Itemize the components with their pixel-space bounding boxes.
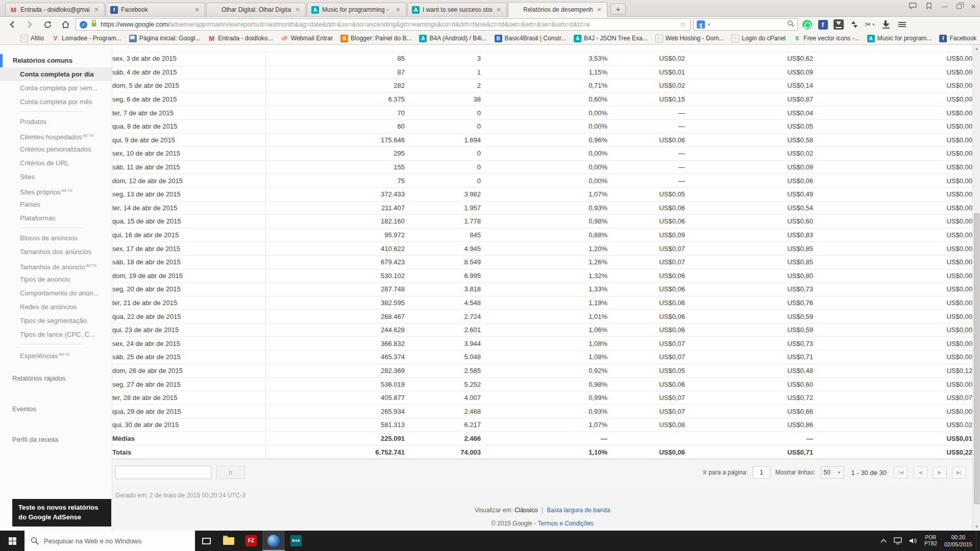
- previous-page-button[interactable]: ◀: [913, 466, 927, 479]
- search-engine-dropdown-icon[interactable]: ▼: [707, 22, 711, 27]
- bookmark-item[interactable]: fFacebook: [939, 35, 976, 42]
- sidebar-section-header[interactable]: Relatórios rápidos: [0, 371, 112, 385]
- bookmark-item[interactable]: AB4A (Android) / B4i...: [419, 35, 486, 42]
- search-bar[interactable]: g ▼: [693, 18, 798, 31]
- sidebar-item[interactable]: Tipos de lance (CPC, C...: [0, 328, 112, 341]
- panel-icon[interactable]: [926, 3, 932, 11]
- sidebar-item[interactable]: Critérios personalizados: [0, 142, 112, 156]
- sidebar-item[interactable]: ExperiênciasBETA: [0, 347, 112, 361]
- bookmark-item[interactable]: BBasic4Brasil | Constr...: [495, 35, 567, 42]
- bookmark-item[interactable]: Página inicial: Googl...: [129, 35, 200, 42]
- tab-close-icon[interactable]: ✕: [294, 6, 301, 13]
- sidebar-item[interactable]: Conta completa por dia: [0, 67, 112, 81]
- sidebar-item[interactable]: Plataformas: [0, 211, 112, 225]
- browser-taskbar-button[interactable]: [262, 531, 285, 551]
- tab-close-icon[interactable]: ✕: [193, 6, 201, 13]
- sidebar-item[interactable]: Tipos de anúncio: [0, 272, 112, 286]
- browser-tab[interactable]: Relatórios de desempenho✕: [508, 2, 607, 17]
- tab-close-icon[interactable]: ✕: [395, 6, 402, 13]
- sidebar-item[interactable]: Produtos: [0, 115, 112, 129]
- apps-grid-icon[interactable]: [5, 35, 13, 42]
- browser-tab[interactable]: MEntrada - doidloko@gmail✕: [5, 3, 105, 16]
- close-button[interactable]: ✕: [971, 3, 976, 10]
- home-button[interactable]: [58, 18, 73, 31]
- sidebar-item[interactable]: Redes de anúncios: [0, 300, 112, 314]
- sidebar-item[interactable]: Países: [0, 197, 112, 211]
- taskbar-clock[interactable]: 00:2002/05/2015: [941, 531, 976, 551]
- volume-icon[interactable]: [905, 531, 921, 551]
- sidebar-item[interactable]: Conta completa por sem...: [0, 81, 112, 95]
- whatsapp-extension-icon[interactable]: [800, 18, 814, 31]
- sidebar-item[interactable]: Tamanhos de anúncioBETA: [0, 259, 112, 272]
- search-magnifier-icon[interactable]: [787, 20, 794, 29]
- sidebar-item[interactable]: Blocos de anúncios: [0, 231, 112, 245]
- bookmark-item[interactable]: AMusic for program...: [867, 35, 932, 42]
- forward-button[interactable]: [22, 18, 37, 31]
- show-desktop-strip[interactable]: [976, 531, 980, 551]
- file-explorer-button[interactable]: [217, 531, 240, 551]
- tab-close-icon[interactable]: ✕: [596, 6, 603, 13]
- reload-button[interactable]: [40, 18, 55, 31]
- filter-input[interactable]: [115, 466, 211, 479]
- rows-per-page-select[interactable]: 50▼: [821, 466, 844, 479]
- terms-link[interactable]: Termos e Condições: [537, 520, 593, 527]
- language-indicator[interactable]: PORPTB2: [921, 531, 941, 551]
- start-button[interactable]: [0, 531, 24, 551]
- sidebar-header-relatorios-comuns[interactable]: Relatórios comuns: [0, 54, 112, 67]
- bookmark-item[interactable]: Web Hosting - Dom...: [655, 35, 724, 42]
- last-page-button[interactable]: ▶|: [952, 466, 966, 479]
- bookmark-item[interactable]: VLomadee - Program...: [52, 35, 121, 42]
- go-button[interactable]: Ir: [216, 466, 245, 479]
- bookmark-item[interactable]: AB4J - JSON Tree Exa...: [574, 35, 648, 42]
- menu-hamburger-icon[interactable]: [895, 18, 909, 31]
- bookmark-item[interactable]: Afilio: [20, 35, 44, 42]
- video-downloader-extension-icon[interactable]: [832, 18, 845, 31]
- sidebar-item[interactable]: Conta completa por mês: [0, 95, 112, 109]
- sort-arrows-extension-icon[interactable]: [848, 18, 861, 31]
- browser-tab[interactable]: fFacebook✕: [106, 3, 205, 16]
- next-page-button[interactable]: ▶: [933, 466, 947, 479]
- bookmark-item[interactable]: Login do cPanel: [731, 35, 786, 42]
- browser-tab[interactable]: AI want to see success storie✕: [407, 3, 507, 16]
- site-identity-icon[interactable]: ✓: [80, 21, 87, 29]
- chat-icon[interactable]: [909, 3, 917, 11]
- new-tab-button[interactable]: +: [610, 4, 626, 15]
- hidden-icons-chevron[interactable]: [877, 531, 890, 551]
- downloads-icon[interactable]: [879, 18, 893, 31]
- sidebar-section-header[interactable]: Perfil da receita: [0, 433, 112, 446]
- scroll-down-arrow[interactable]: ▼: [973, 523, 980, 531]
- sidebar-item[interactable]: Sites: [0, 170, 112, 184]
- first-page-button[interactable]: |◀: [894, 466, 908, 479]
- scissors-extension-icon[interactable]: ✂▼: [864, 18, 877, 31]
- bookmark-item[interactable]: MEntrada - doidloko...: [208, 35, 273, 42]
- bookmark-star-icon[interactable]: ☆: [680, 20, 687, 29]
- sidebar-item[interactable]: Clientes hospedadosBETA: [0, 129, 112, 142]
- scrollbar-thumb[interactable]: [974, 213, 979, 504]
- bookmark-item[interactable]: BBlogger: Painel do B...: [340, 35, 411, 42]
- url-bar[interactable]: ✓ https://www.google.com/adsense/app#mai…: [76, 18, 691, 31]
- sidebar-item[interactable]: Tamanhos dos anúncios: [0, 245, 112, 259]
- sidebar-item[interactable]: Sites própriosBETA: [0, 184, 112, 197]
- browser-tab[interactable]: AMusic for programming -✕: [307, 3, 406, 16]
- task-view-button[interactable]: [195, 531, 217, 551]
- scroll-up-arrow[interactable]: ▲: [973, 45, 980, 53]
- page-number-input[interactable]: 1: [753, 466, 770, 479]
- taskbar-search-box[interactable]: Pesquisar na Web e no Windows: [24, 531, 195, 551]
- sidebar-item[interactable]: Critérios de URL: [0, 156, 112, 170]
- browser-tab[interactable]: Olhar Digital: Olhar Digital:✕: [206, 3, 306, 16]
- display-icon[interactable]: [890, 531, 905, 551]
- restore-button[interactable]: [957, 3, 962, 10]
- sidebar-item[interactable]: Comportamento do anún...: [0, 286, 112, 300]
- bookmark-item[interactable]: fiFree vector icons -...: [793, 35, 859, 42]
- back-button[interactable]: [4, 18, 19, 31]
- filezilla-button[interactable]: FZ: [240, 531, 262, 551]
- low-bandwidth-link[interactable]: Baixa largura de banda: [547, 507, 610, 514]
- tab-close-icon[interactable]: ✕: [93, 6, 100, 13]
- sidebar-section-header[interactable]: Eventos: [0, 402, 112, 416]
- tab-close-icon[interactable]: ✕: [495, 6, 502, 13]
- minimize-button[interactable]: —: [941, 3, 947, 10]
- bookmark-item[interactable]: cPWebmail Entrar: [281, 35, 333, 42]
- facebook-extension-icon[interactable]: f: [816, 18, 829, 31]
- google-search-engine-icon[interactable]: g: [697, 20, 705, 29]
- sidebar-item[interactable]: Tipos de segmentação: [0, 314, 112, 328]
